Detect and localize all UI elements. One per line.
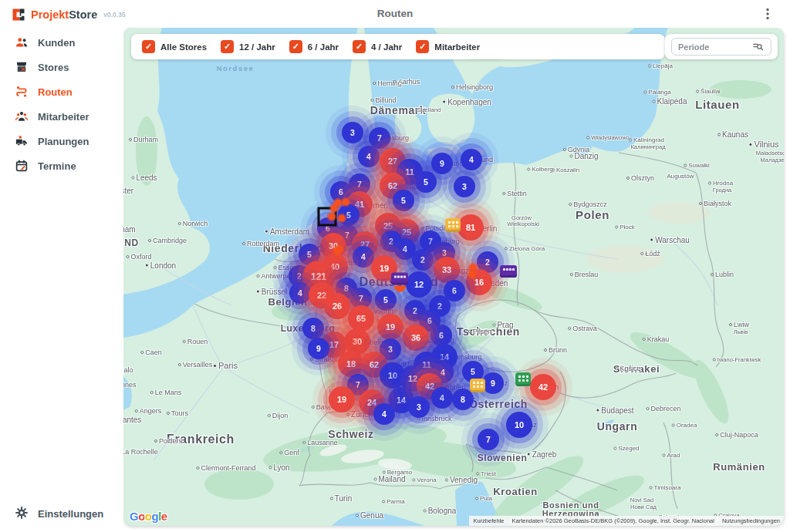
sidebar: ProjektStore v0.0.35 KundenStoresRoutenM…	[0, 0, 123, 532]
customers-icon	[15, 35, 29, 49]
filter-checkbox-mitarbeiter[interactable]: ✓Mitarbeiter	[416, 40, 480, 53]
sidebar-item-kunden[interactable]: Kunden	[0, 30, 123, 55]
sidebar-item-label: Planungen	[38, 136, 89, 147]
sidebar-item-label: Mitarbeiter	[38, 111, 89, 123]
filter-checkbox-6-jahr[interactable]: ✓6 / Jahr	[289, 40, 339, 53]
checkbox-checked-icon[interactable]: ✓	[416, 40, 429, 53]
store-icon	[15, 60, 29, 74]
kebab-menu-icon[interactable]	[761, 7, 775, 21]
store-dot-marker[interactable]	[334, 248, 341, 255]
checkbox-checked-icon[interactable]: ✓	[221, 40, 234, 53]
sidebar-item-label: Routen	[38, 86, 73, 98]
brand-secondary: Store	[69, 8, 97, 21]
checkbox-checked-icon[interactable]: ✓	[289, 40, 302, 53]
filter-label: Mitarbeiter	[434, 42, 480, 52]
sidebar-item-planungen[interactable]: Planungen	[0, 129, 123, 153]
filters-toolbar: ✓Alle Stores✓12 / Jahr✓6 / Jahr✓4 / Jahr…	[131, 34, 665, 59]
store-box-green-marker[interactable]	[515, 372, 531, 386]
map-markers	[123, 28, 784, 526]
shortcuts-link[interactable]: Kurzbefehle	[473, 517, 504, 524]
sidebar-item-mitarbeiter[interactable]: Mitarbeiter	[0, 104, 123, 129]
filter-label: 6 / Jahr	[308, 42, 339, 52]
calendar-icon	[15, 159, 29, 173]
filter-label: 12 / Jahr	[239, 42, 275, 52]
terms-link[interactable]: Nutzungsbedingungen	[722, 517, 780, 524]
google-logo[interactable]: Google	[130, 510, 167, 523]
checkbox-checked-icon[interactable]: ✓	[353, 40, 366, 53]
vehicle-purple-marker[interactable]	[500, 265, 517, 278]
store-dot-marker[interactable]	[329, 214, 336, 221]
sidebar-item-termine[interactable]: Termine	[0, 153, 123, 178]
store-dot-marker[interactable]	[335, 200, 342, 207]
filter-checkbox-alle-stores[interactable]: ✓Alle Stores	[142, 40, 207, 53]
sidebar-item-einstellungen[interactable]: Einstellungen	[0, 501, 123, 526]
worker-purple-marker[interactable]	[391, 273, 408, 292]
periode-input-wrap	[671, 38, 771, 56]
filter-checkbox-4-jahr[interactable]: ✓4 / Jahr	[353, 40, 402, 53]
periode-card	[665, 34, 778, 59]
page-title: Routen	[377, 8, 414, 19]
store-dot-marker[interactable]	[470, 264, 477, 271]
app-logo[interactable]: ProjektStore v0.0.35	[0, 0, 123, 22]
brand-logo-icon	[11, 7, 26, 22]
filter-label: 4 / Jahr	[371, 42, 402, 52]
gear-icon	[15, 506, 29, 522]
sidebar-nav: KundenStoresRoutenMitarbeiterPlanungenTe…	[0, 30, 123, 178]
store-box-yellow-marker[interactable]	[445, 218, 461, 232]
sidebar-item-label: Kunden	[38, 37, 75, 49]
sidebar-item-label: Termine	[38, 160, 76, 172]
map-attribution: Kurzbefehle Kartendaten ©2026 GeoBasis-D…	[469, 516, 784, 526]
team-icon	[15, 109, 29, 123]
sidebar-item-label: Stores	[38, 62, 69, 73]
map[interactable]: NordseeDänemarkLitauenPolenNiederlandeBe…	[123, 28, 784, 526]
brand-name: ProjektStore	[31, 8, 97, 21]
copyright-text: Kartendaten ©2026 GeoBasis-DE/BKG (©2009…	[511, 517, 714, 524]
store-dot-marker[interactable]	[339, 215, 346, 222]
filter-search-icon[interactable]	[752, 41, 764, 52]
route-icon	[15, 85, 29, 99]
sidebar-item-stores[interactable]: Stores	[0, 55, 123, 79]
store-box-yellow-marker[interactable]	[470, 379, 485, 392]
periode-input[interactable]	[678, 42, 752, 52]
sidebar-item-label: Einstellungen	[38, 508, 103, 520]
filter-label: Alle Stores	[160, 42, 207, 52]
app-version: v0.0.35	[103, 11, 125, 19]
store-dot-marker[interactable]	[469, 271, 476, 278]
filter-checkbox-12-jahr[interactable]: ✓12 / Jahr	[221, 40, 275, 53]
checkbox-checked-icon[interactable]: ✓	[142, 40, 155, 53]
brand-primary: Projekt	[31, 8, 69, 21]
sidebar-item-routen[interactable]: Routen	[0, 79, 123, 104]
store-dot-marker[interactable]	[343, 199, 349, 206]
van-icon	[15, 134, 29, 148]
